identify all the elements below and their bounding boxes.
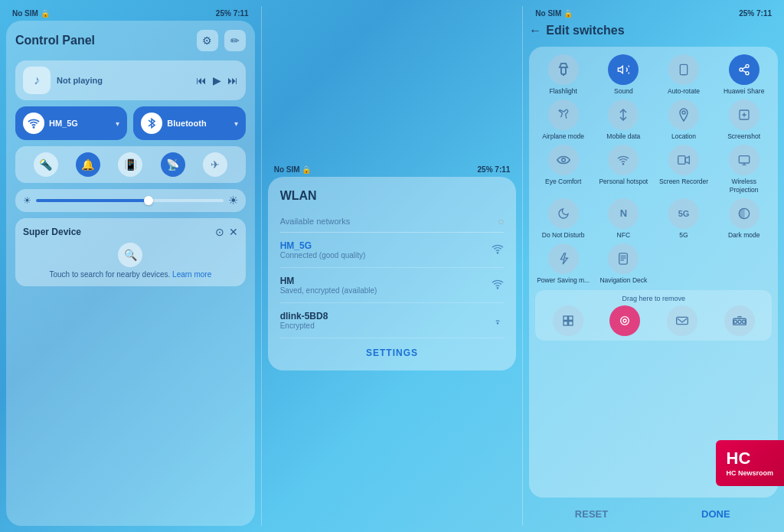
brightness-track[interactable] xyxy=(36,199,224,202)
svg-point-12 xyxy=(682,111,685,114)
edit-icon: ✏ xyxy=(230,34,240,47)
gear-icon: ⚙ xyxy=(202,34,212,47)
switch-location[interactable]: Location xyxy=(656,100,712,140)
reset-button[interactable]: RESET xyxy=(529,504,653,524)
switch-screenshot[interactable]: Screenshot xyxy=(716,100,772,140)
switch-dnd[interactable]: Do Not Disturb xyxy=(535,198,591,239)
svg-point-8 xyxy=(746,72,749,75)
svg-point-7 xyxy=(740,68,743,71)
switch-sound[interactable]: Sound xyxy=(596,54,652,95)
switch-navigation-deck[interactable]: Navigation Deck xyxy=(596,243,652,284)
drag-item-1[interactable] xyxy=(541,305,594,336)
wlan-dlink-name: dlink-5BD8 xyxy=(280,311,328,321)
screenshot-label: Screenshot xyxy=(727,132,760,140)
eye-comfort-icon-wrap xyxy=(548,145,579,175)
svg-point-6 xyxy=(746,64,749,67)
wlan-item-dlink[interactable]: dlink-5BD8 Encrypted xyxy=(280,303,505,338)
svg-rect-5 xyxy=(680,64,687,74)
screenshot-icon-wrap xyxy=(729,100,760,130)
wlan-title: WLAN xyxy=(280,189,505,203)
switch-autorotate[interactable]: Auto-rotate xyxy=(656,54,712,95)
huawei-share-icon-wrap xyxy=(729,54,760,85)
control-panel-card: Control Panel ⚙ ✏ ♪ Not playing ⏮ ▶ ⏭ xyxy=(6,21,255,526)
svg-marker-17 xyxy=(685,157,689,164)
hotspot-toggle[interactable]: 📡 xyxy=(161,152,185,177)
power-saving-label: Power Saving m... xyxy=(537,276,590,284)
edit-icon-btn[interactable]: ✏ xyxy=(224,30,246,51)
svg-point-1 xyxy=(498,252,498,253)
sd-hint: Touch to search for nearby devices. Lear… xyxy=(23,270,238,279)
drag-item-4[interactable] xyxy=(713,305,766,336)
wlan-settings-button[interactable]: SETTINGS xyxy=(280,338,505,358)
switch-eye-comfort[interactable]: Eye Comfort xyxy=(535,145,591,193)
watermark: HC HC Newsroom xyxy=(716,440,785,486)
brightness-thumb[interactable] xyxy=(144,196,153,205)
dark-mode-icon-wrap xyxy=(729,198,760,229)
hotspot-icon-wrap xyxy=(608,145,639,175)
huawei-share-label: Huawei Share xyxy=(724,87,764,95)
edit-switches-screen: No SIM 🔒 25% 7:11 ← Edit switches Flashl… xyxy=(523,0,784,532)
airplane-toggle[interactable]: ✈ xyxy=(203,152,227,177)
prev-button[interactable]: ⏮ xyxy=(196,74,207,86)
back-button[interactable]: ← xyxy=(529,24,541,38)
brightness-row: ☀ ☀ xyxy=(15,189,246,212)
music-note-icon: ♪ xyxy=(23,67,51,94)
drag-item-2[interactable] xyxy=(599,305,652,336)
brightness-high-icon: ☀ xyxy=(228,194,238,207)
svg-point-32 xyxy=(733,320,737,323)
search-nearby-button[interactable]: 🔍 xyxy=(118,243,142,267)
location-label: Location xyxy=(671,132,696,140)
svg-rect-20 xyxy=(619,253,628,264)
svg-rect-16 xyxy=(678,156,685,165)
wlan-hm5g-signal-icon xyxy=(492,243,504,257)
switch-screen-recorder[interactable]: Screen Recorder xyxy=(656,145,712,193)
status-bar-3: No SIM 🔒 25% 7:11 xyxy=(529,6,778,21)
switches-grid-card: Flashlight Sound xyxy=(529,47,778,498)
vibrate-toggle[interactable]: 📳 xyxy=(118,152,142,177)
learn-more-link[interactable]: Learn more xyxy=(172,270,211,279)
done-button[interactable]: DONE xyxy=(654,504,778,524)
drag-icon-3 xyxy=(667,305,697,336)
cast-icon[interactable]: ⊙ xyxy=(215,226,224,238)
switch-airplane[interactable]: Airplane mode xyxy=(535,100,591,140)
wlan-item-hm5g[interactable]: HM_5G Connected (good quality) xyxy=(280,233,505,268)
svg-rect-27 xyxy=(568,321,572,325)
drag-to-remove-zone: Drag here to remove xyxy=(535,290,772,341)
bluetooth-button[interactable]: Bluetooth ▾ xyxy=(133,106,245,140)
settings-icon-btn[interactable]: ⚙ xyxy=(197,30,218,51)
svg-point-15 xyxy=(623,164,624,165)
flashlight-toggle[interactable]: 🔦 xyxy=(34,152,58,177)
drag-item-3[interactable] xyxy=(656,305,709,336)
bluetooth-arrow-icon: ▾ xyxy=(234,119,238,128)
wlan-item-hm[interactable]: HM Saved, encrypted (available) xyxy=(280,268,505,303)
wifi-button[interactable]: HM_5G ▾ xyxy=(15,106,127,140)
bell-toggle[interactable]: 🔔 xyxy=(76,152,100,177)
switches-grid: Flashlight Sound xyxy=(535,54,772,284)
switch-nfc[interactable]: N NFC xyxy=(596,198,652,239)
close-icon[interactable]: ✕ xyxy=(229,226,238,238)
next-button[interactable]: ⏭ xyxy=(227,74,238,86)
switch-power-saving[interactable]: Power Saving m... xyxy=(535,243,591,284)
wireless-projection-icon-wrap xyxy=(729,145,760,175)
switch-wireless-projection[interactable]: Wireless Projection xyxy=(716,145,772,193)
wlan-hm5g-name: HM_5G xyxy=(280,240,366,251)
switch-huawei-share[interactable]: Huawei Share xyxy=(716,54,772,95)
music-info: Not playing xyxy=(57,76,190,85)
switch-dark-mode[interactable]: Dark mode xyxy=(716,198,772,239)
status-right-2: 25% 7:11 xyxy=(478,165,511,174)
svg-rect-26 xyxy=(564,321,567,325)
power-saving-icon-wrap xyxy=(548,243,579,274)
play-button[interactable]: ▶ xyxy=(213,74,221,86)
network-row: HM_5G ▾ Bluetooth ▾ xyxy=(15,106,246,140)
status-right-1: 25% 7:11 xyxy=(216,9,249,18)
svg-rect-30 xyxy=(677,317,688,324)
switch-5g[interactable]: 5G 5G xyxy=(656,198,712,239)
sound-icon-wrap xyxy=(608,54,639,85)
switch-mobile-data[interactable]: Mobile data xyxy=(596,100,652,140)
cp-title: Control Panel xyxy=(15,34,95,47)
screen-recorder-icon-wrap xyxy=(668,145,699,175)
wlan-hm5g-status: Connected (good quality) xyxy=(280,251,366,259)
cp-header: Control Panel ⚙ ✏ xyxy=(15,30,246,51)
switch-flashlight[interactable]: Flashlight xyxy=(535,54,591,95)
switch-hotspot[interactable]: Personal hotspot xyxy=(596,145,652,193)
